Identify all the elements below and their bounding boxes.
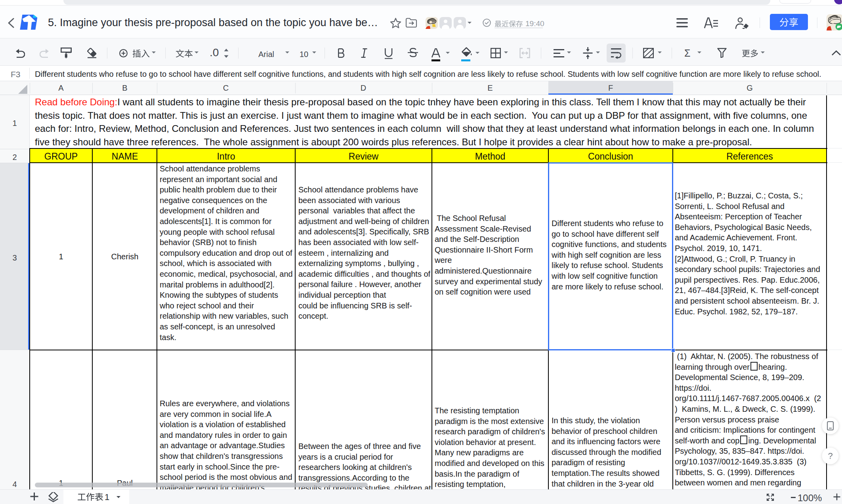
svg-text:?: ? [828, 451, 832, 461]
